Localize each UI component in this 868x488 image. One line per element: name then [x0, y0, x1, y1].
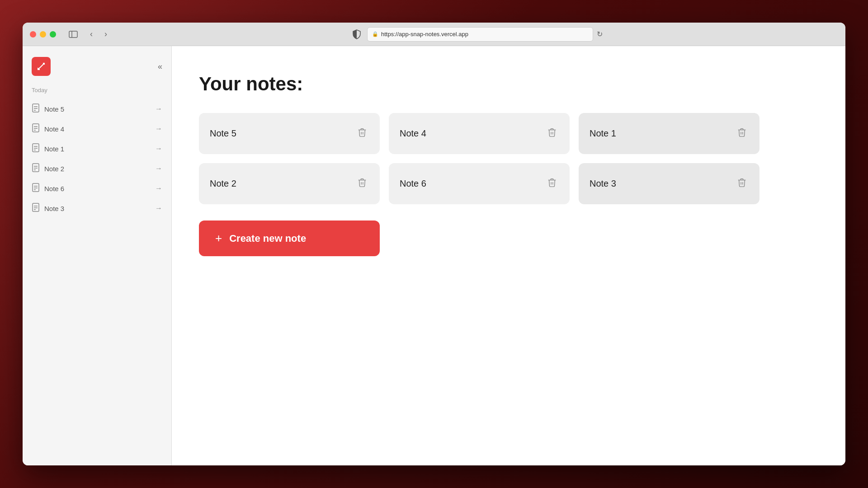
note-card-title: Note 4 [400, 128, 426, 139]
sidebar-item-label: Note 4 [44, 125, 151, 133]
note-card-5[interactable]: Note 5 [199, 113, 380, 154]
sidebar-toggle-button[interactable] [67, 30, 80, 39]
address-bar[interactable]: 🔒 https://app-snap-notes.vercel.app [367, 27, 593, 42]
sidebar-item-note5[interactable]: Note 5 → [23, 99, 171, 119]
reload-button[interactable]: ↻ [593, 28, 606, 41]
nav-arrows: ‹ › [85, 28, 112, 41]
sidebar-item-label: Note 2 [44, 165, 151, 173]
note-card-6[interactable]: Note 6 [389, 163, 570, 204]
app-content: « Today Note 5 → [23, 46, 845, 465]
sidebar-item-note4[interactable]: Note 4 → [23, 119, 171, 139]
sidebar-item-label: Note 3 [44, 205, 151, 212]
sidebar-item-note1[interactable]: Note 1 → [23, 139, 171, 159]
arrow-icon: → [155, 125, 162, 133]
arrow-icon: → [155, 204, 162, 212]
sidebar-item-label: Note 5 [44, 105, 151, 113]
note-card-3[interactable]: Note 3 [579, 163, 760, 204]
delete-note-6-button[interactable] [545, 176, 559, 192]
back-button[interactable]: ‹ [85, 28, 98, 41]
lock-icon: 🔒 [372, 31, 378, 37]
collapse-sidebar-button[interactable]: « [158, 62, 162, 71]
app-logo[interactable] [32, 57, 51, 76]
sidebar-item-note3[interactable]: Note 3 → [23, 198, 171, 218]
create-new-note-button[interactable]: + Create new note [199, 221, 380, 256]
sidebar-section-today: Today [23, 87, 171, 99]
sidebar-item-label: Note 1 [44, 145, 151, 153]
note-icon [32, 103, 40, 114]
note-card-title: Note 3 [590, 178, 616, 189]
sidebar: « Today Note 5 → [23, 46, 172, 465]
note-icon [32, 123, 40, 134]
note-card-2[interactable]: Note 2 [199, 163, 380, 204]
notes-grid: Note 5 Note 4 [199, 113, 818, 204]
close-button[interactable] [30, 31, 36, 38]
sidebar-header: « [23, 57, 171, 87]
browser-window: ‹ › 🔒 https://app-snap-notes.vercel.app … [23, 23, 845, 465]
minimize-button[interactable] [40, 31, 46, 38]
delete-note-4-button[interactable] [545, 126, 559, 141]
arrow-icon: → [155, 184, 162, 192]
traffic-lights [30, 31, 56, 38]
delete-note-2-button[interactable] [355, 176, 369, 192]
note-card-4[interactable]: Note 4 [389, 113, 570, 154]
create-note-label: Create new note [229, 233, 306, 244]
sidebar-item-note6[interactable]: Note 6 → [23, 178, 171, 198]
browser-chrome: ‹ › 🔒 https://app-snap-notes.vercel.app … [23, 23, 845, 46]
url-text: https://app-snap-notes.vercel.app [381, 31, 468, 38]
svg-rect-18 [33, 183, 39, 192]
svg-rect-22 [33, 203, 39, 211]
maximize-button[interactable] [50, 31, 56, 38]
plus-icon: + [215, 231, 222, 245]
svg-rect-14 [33, 164, 39, 172]
arrow-icon: → [155, 105, 162, 113]
note-icon [32, 143, 40, 154]
svg-rect-10 [33, 144, 39, 152]
note-card-title: Note 2 [210, 178, 236, 189]
browser-center: 🔒 https://app-snap-notes.vercel.app ↻ [118, 27, 838, 42]
sidebar-item-note2[interactable]: Note 2 → [23, 159, 171, 178]
main-content: Your notes: Note 5 Note 4 [172, 46, 845, 465]
delete-note-1-button[interactable] [735, 126, 749, 141]
note-card-title: Note 1 [590, 128, 616, 139]
page-title: Your notes: [199, 73, 818, 95]
sidebar-item-label: Note 6 [44, 185, 151, 192]
note-icon [32, 203, 40, 214]
arrow-icon: → [155, 164, 162, 173]
note-card-title: Note 5 [210, 128, 236, 139]
note-card-title: Note 6 [400, 178, 426, 189]
svg-rect-0 [69, 31, 77, 38]
note-icon [32, 163, 40, 174]
note-card-1[interactable]: Note 1 [579, 113, 760, 154]
shield-icon [350, 28, 363, 41]
svg-rect-2 [33, 104, 39, 112]
arrow-icon: → [155, 145, 162, 153]
delete-note-3-button[interactable] [735, 176, 749, 192]
delete-note-5-button[interactable] [355, 126, 369, 141]
svg-rect-6 [33, 124, 39, 132]
note-icon [32, 183, 40, 194]
forward-button[interactable]: › [99, 28, 112, 41]
